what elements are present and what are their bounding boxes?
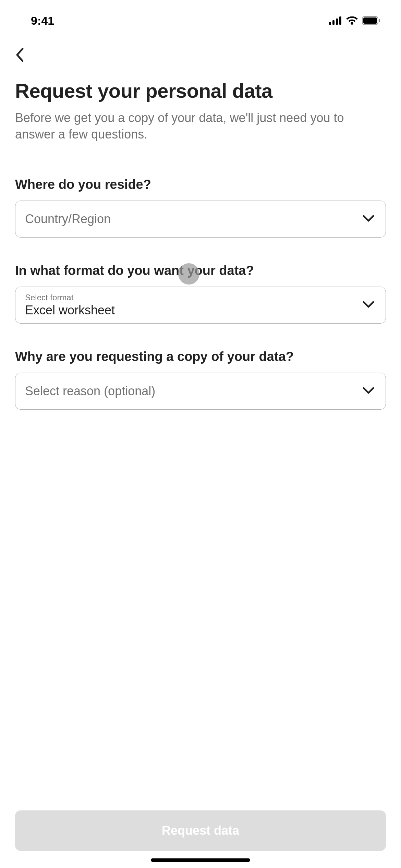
reason-group: Why are you requesting a copy of your da… bbox=[15, 349, 386, 410]
cellular-signal-icon bbox=[329, 16, 342, 25]
status-bar: 9:41 bbox=[0, 0, 401, 34]
country-label: Where do you reside? bbox=[15, 177, 386, 192]
format-label: In what format do you want your data? bbox=[15, 263, 386, 278]
form-section: Where do you reside? Country/Region In w… bbox=[15, 177, 386, 410]
battery-icon bbox=[362, 16, 380, 25]
request-data-button[interactable]: Request data bbox=[15, 810, 386, 851]
format-select[interactable]: Select format Excel worksheet bbox=[15, 287, 386, 324]
svg-rect-3 bbox=[339, 16, 341, 25]
status-icons bbox=[329, 16, 380, 25]
country-placeholder: Country/Region bbox=[25, 212, 111, 226]
format-value: Excel worksheet bbox=[25, 303, 115, 317]
wifi-icon bbox=[346, 16, 358, 25]
svg-rect-0 bbox=[329, 22, 331, 25]
touch-indicator bbox=[178, 263, 199, 285]
footer: Request data bbox=[0, 800, 401, 868]
format-small-label: Select format bbox=[25, 293, 73, 302]
svg-rect-6 bbox=[379, 19, 380, 22]
status-time: 9:41 bbox=[31, 14, 54, 27]
svg-rect-2 bbox=[336, 19, 338, 25]
home-indicator[interactable] bbox=[151, 858, 250, 862]
main-content: Request your personal data Before we get… bbox=[0, 72, 401, 410]
format-group: In what format do you want your data? Se… bbox=[15, 263, 386, 324]
svg-rect-5 bbox=[363, 17, 377, 24]
reason-placeholder: Select reason (optional) bbox=[25, 384, 155, 398]
page-subtitle: Before we get you a copy of your data, w… bbox=[15, 110, 386, 143]
chevron-down-icon bbox=[362, 301, 375, 310]
reason-select[interactable]: Select reason (optional) bbox=[15, 373, 386, 410]
country-group: Where do you reside? Country/Region bbox=[15, 177, 386, 238]
chevron-down-icon bbox=[362, 215, 375, 224]
svg-rect-1 bbox=[332, 20, 335, 25]
back-button[interactable] bbox=[15, 45, 36, 65]
nav-bar bbox=[0, 34, 401, 72]
reason-label: Why are you requesting a copy of your da… bbox=[15, 349, 386, 364]
page-title: Request your personal data bbox=[15, 79, 386, 103]
country-select[interactable]: Country/Region bbox=[15, 201, 386, 238]
chevron-left-icon bbox=[15, 47, 24, 62]
chevron-down-icon bbox=[362, 387, 375, 396]
